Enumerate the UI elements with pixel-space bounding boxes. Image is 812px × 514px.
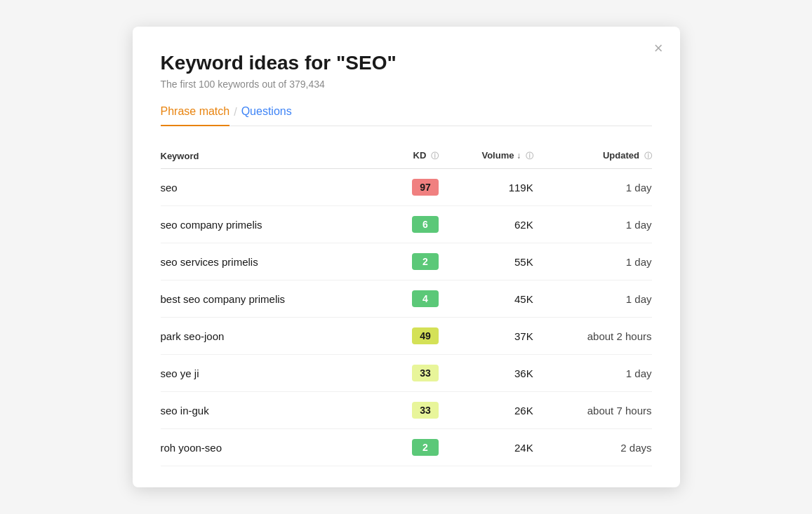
updated-cell: about 7 hours	[533, 392, 652, 429]
table-row: park seo-joon4937Kabout 2 hours	[161, 318, 652, 355]
volume-cell: 45K	[439, 280, 533, 318]
table-row: best seo company primelis445K1 day	[161, 280, 652, 318]
kd-badge: 49	[412, 327, 439, 344]
keyword-cell: seo	[161, 169, 390, 206]
kd-cell: 2	[390, 243, 439, 280]
volume-cell: 24K	[439, 429, 533, 466]
keyword-ideas-modal: × Keyword ideas for "SEO" The first 100 …	[133, 27, 680, 487]
keyword-cell: park seo-joon	[161, 318, 390, 355]
keyword-cell: seo services primelis	[161, 243, 390, 280]
volume-cell: 26K	[439, 392, 533, 429]
table-row: seo in-guk3326Kabout 7 hours	[161, 392, 652, 429]
updated-cell: 2 days	[533, 429, 652, 466]
volume-cell: 37K	[439, 318, 533, 355]
updated-info-icon: ⓘ	[644, 151, 652, 160]
kd-cell: 4	[390, 280, 439, 318]
updated-cell: 1 day	[533, 280, 652, 318]
volume-cell: 36K	[439, 355, 533, 392]
tab-separator: /	[229, 106, 241, 126]
keyword-cell: seo company primelis	[161, 206, 390, 243]
kd-cell: 49	[390, 318, 439, 355]
kd-badge: 2	[412, 253, 439, 270]
volume-cell: 55K	[439, 243, 533, 280]
kd-badge: 6	[412, 216, 439, 233]
table-row: seo company primelis662K1 day	[161, 206, 652, 243]
updated-cell: 1 day	[533, 243, 652, 280]
col-header-updated: Updated ⓘ	[533, 143, 652, 169]
kd-cell: 33	[390, 392, 439, 429]
close-button[interactable]: ×	[654, 41, 663, 56]
keywords-table: Keyword KD ⓘ Volume ↓ ⓘ Updated ⓘ seo971…	[161, 143, 652, 466]
kd-cell: 33	[390, 355, 439, 392]
kd-info-icon: ⓘ	[431, 151, 439, 160]
updated-cell: about 2 hours	[533, 318, 652, 355]
table-row: seo services primelis255K1 day	[161, 243, 652, 280]
kd-cell: 6	[390, 206, 439, 243]
updated-cell: 1 day	[533, 169, 652, 206]
kd-badge: 2	[412, 439, 439, 456]
volume-sort-icon: ↓	[517, 151, 521, 161]
volume-info-icon: ⓘ	[526, 151, 533, 160]
col-header-kd: KD ⓘ	[390, 143, 439, 169]
keyword-cell: best seo company primelis	[161, 280, 390, 318]
kd-cell: 2	[390, 429, 439, 466]
kd-badge: 4	[412, 290, 439, 307]
volume-cell: 62K	[439, 206, 533, 243]
col-header-volume: Volume ↓ ⓘ	[439, 143, 533, 169]
keyword-cell: seo in-guk	[161, 392, 390, 429]
col-header-keyword: Keyword	[161, 143, 390, 169]
kd-cell: 97	[390, 169, 439, 206]
tab-phrase-match[interactable]: Phrase match	[161, 105, 230, 126]
kd-badge: 33	[412, 402, 439, 419]
kd-badge: 97	[412, 179, 439, 196]
table-row: seo97119K1 day	[161, 169, 652, 206]
keyword-cell: roh yoon-seo	[161, 429, 390, 466]
table-row: seo ye ji3336K1 day	[161, 355, 652, 392]
modal-title: Keyword ideas for "SEO"	[161, 52, 652, 74]
table-row: roh yoon-seo224K2 days	[161, 429, 652, 466]
tabs-container: Phrase match / Questions	[161, 105, 652, 126]
kd-badge: 33	[412, 365, 439, 381]
updated-cell: 1 day	[533, 355, 652, 392]
keyword-cell: seo ye ji	[161, 355, 390, 392]
updated-cell: 1 day	[533, 206, 652, 243]
tab-questions[interactable]: Questions	[241, 105, 292, 126]
modal-subtitle: The first 100 keywords out of 379,434	[161, 79, 652, 90]
volume-cell: 119K	[439, 169, 533, 206]
